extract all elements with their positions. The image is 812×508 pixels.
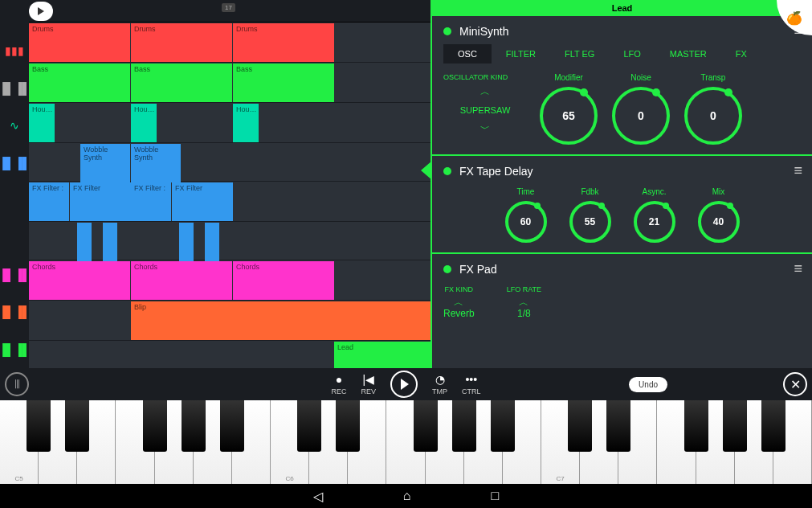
clip[interactable]: Bass [131, 63, 232, 102]
clip[interactable]: FX Filter : [131, 182, 171, 221]
clip[interactable]: Drums [233, 23, 334, 62]
tempo-button[interactable]: ◔TMP [432, 373, 447, 395]
knob-modifier[interactable]: Modifier65 [540, 73, 598, 145]
track-row[interactable] [29, 222, 430, 260]
timeline-tracks: 17 DrumsDrumsDrumsBassBassBassHou…Hou…Ho… [29, 0, 430, 368]
knob-time[interactable]: Time60 [505, 187, 547, 243]
clip[interactable] [179, 223, 194, 261]
clip[interactable]: Chords [131, 261, 232, 300]
fx-delay-name: FX Tape Delay [459, 165, 533, 178]
close-button[interactable]: ✕ [783, 372, 807, 396]
clip[interactable]: FX Filter [70, 182, 131, 221]
clip[interactable] [77, 223, 92, 261]
black-key[interactable] [606, 400, 630, 452]
param-fx-kind[interactable]: FX KIND︿Reverb [443, 285, 475, 321]
black-key[interactable] [761, 400, 785, 452]
clip[interactable] [205, 223, 219, 261]
undo-button[interactable]: Undo [629, 377, 667, 392]
synth-track-icon[interactable]: ▐▌▐▌ [0, 144, 29, 181]
tab-osc[interactable]: OSC [443, 44, 492, 63]
knob-mix[interactable]: Mix40 [698, 187, 740, 243]
tab-filter[interactable]: FILTER [492, 44, 550, 63]
tab-flt eg[interactable]: FLT EG [550, 44, 610, 63]
clip[interactable]: FX Filter [172, 182, 233, 221]
clip[interactable]: Wobble Synth [131, 144, 181, 182]
black-key[interactable] [297, 400, 321, 452]
tab-lfo[interactable]: LFO [609, 44, 655, 63]
clip[interactable] [103, 223, 117, 261]
menu-icon[interactable]: ≡ [794, 260, 801, 277]
chord-track-icon[interactable]: ▐▌▐▌ [0, 256, 29, 293]
track-row[interactable]: DrumsDrumsDrums [29, 23, 430, 63]
black-key[interactable] [684, 400, 708, 452]
active-dot-icon[interactable] [443, 265, 451, 273]
clip[interactable]: FX Filter : [29, 182, 69, 221]
knob-async[interactable]: Async.21 [634, 187, 675, 243]
track-type-sidebar: ▮▮▮ ▐▌▐▌ ∿ ▐▌▐▌ ▐▌▐▌ ▐▌▐▌ ▐▌▐▌ [0, 0, 29, 368]
timeline-ruler[interactable]: 17 [29, 0, 430, 23]
track-row[interactable]: ChordsChordsChords [29, 260, 430, 301]
drum-track-icon[interactable]: ▮▮▮ [0, 32, 29, 69]
clip[interactable]: Hou… [233, 104, 259, 142]
track-row[interactable]: BassBassBass [29, 63, 430, 103]
clip[interactable]: Drums [29, 23, 130, 62]
blip-track-icon[interactable]: ▐▌▐▌ [0, 293, 29, 330]
panel-pointer-icon [421, 161, 432, 180]
track-row[interactable]: FX Filter :FX FilterFX Filter :FX Filter [29, 182, 430, 222]
track-row[interactable]: Blip [29, 301, 430, 341]
active-dot-icon[interactable] [443, 167, 451, 175]
param-lfo-rate[interactable]: LFO RATE︿1/8 [507, 285, 541, 321]
clip[interactable]: Bass [233, 63, 334, 102]
position-marker[interactable]: 17 [222, 3, 235, 12]
menu-icon[interactable]: ≡ [794, 162, 801, 179]
black-key[interactable] [27, 400, 51, 452]
black-key[interactable] [65, 400, 89, 452]
home-icon[interactable]: ⌂ [403, 489, 411, 503]
black-key[interactable] [414, 400, 438, 452]
osc-kind-value: SUPERSAW [443, 97, 527, 123]
black-key[interactable] [568, 400, 592, 452]
clip[interactable]: Drums [131, 23, 232, 62]
knob-noise[interactable]: Noise0 [612, 73, 670, 145]
tab-master[interactable]: MASTER [655, 44, 721, 63]
tab-fx[interactable]: FX [721, 44, 761, 63]
black-key[interactable] [220, 400, 244, 452]
clip[interactable]: Hou… [131, 104, 157, 142]
clip[interactable]: Blip [131, 301, 436, 340]
black-key[interactable] [336, 400, 360, 452]
ctrl-button[interactable]: •••CTRL [462, 373, 481, 395]
record-button[interactable]: ●REC [331, 373, 346, 395]
active-dot-icon[interactable] [443, 27, 451, 35]
back-icon[interactable]: ◁ [313, 489, 323, 504]
black-key[interactable] [182, 400, 206, 452]
clip[interactable]: Chords [233, 261, 334, 300]
instrument-panel: Lead 🍊 MiniSynth ≡ OSCFILTERFLT EGLFOMAS… [430, 0, 812, 368]
clip[interactable]: Hou… [29, 104, 55, 142]
clip[interactable]: Bass [29, 63, 130, 102]
lead-track-icon[interactable]: ▐▌▐▌ [0, 331, 29, 368]
clip[interactable]: Wobble Synth [80, 144, 130, 182]
black-key[interactable] [143, 400, 167, 452]
wave-track-icon[interactable]: ∿ [0, 107, 29, 144]
knob-fdbk[interactable]: Fdbk55 [569, 187, 611, 243]
knob-transp[interactable]: Transp0 [684, 73, 742, 145]
track-row[interactable]: Wobble SynthWobble Synth [29, 143, 430, 182]
black-key[interactable] [491, 400, 515, 452]
mixer-button[interactable]: ⫴ [5, 372, 29, 396]
black-key[interactable] [452, 400, 476, 452]
oscillator-kind-selector[interactable]: OSCILLATOR KIND ︿ SUPERSAW ﹀ [443, 73, 527, 134]
synth-name: MiniSynth [459, 25, 508, 38]
panel-title: Lead [432, 0, 812, 16]
play-button-top[interactable] [29, 2, 53, 21]
clip[interactable]: Chords [29, 261, 130, 300]
fx-pad-name: FX Pad [459, 263, 497, 276]
chevron-up-icon[interactable]: ︿ [443, 86, 527, 97]
recent-icon[interactable]: □ [492, 489, 500, 503]
play-button[interactable] [390, 371, 418, 398]
piano-track-icon[interactable]: ▐▌▐▌ [0, 69, 29, 106]
track-row[interactable]: Hou…Hou…Hou… [29, 103, 430, 143]
black-key[interactable] [723, 400, 747, 452]
rewind-button[interactable]: |◀REV [361, 373, 376, 395]
chevron-down-icon[interactable]: ﹀ [443, 123, 527, 134]
piano-keyboard[interactable]: C5C6C7 [0, 400, 812, 484]
